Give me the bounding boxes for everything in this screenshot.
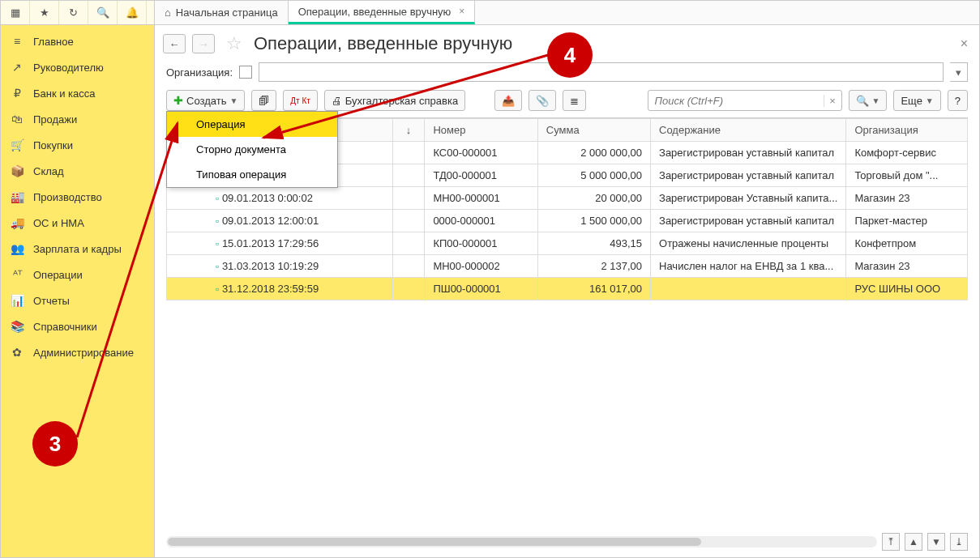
sidebar-item-main[interactable]: ≡Главное <box>1 28 154 54</box>
sidebar-item-bank[interactable]: ₽Банк и касса <box>1 80 154 106</box>
horizontal-scrollbar[interactable] <box>166 536 877 547</box>
annotation-badge-3: 3 <box>32 421 78 466</box>
document-icon: ▫ <box>216 261 219 272</box>
search-icon[interactable]: 🔍 <box>88 1 118 24</box>
col-number[interactable]: Номер <box>433 124 465 136</box>
tab-operations[interactable]: Операции, введенные вручную × <box>289 1 476 24</box>
tab-operations-label: Операции, введенные вручную <box>298 6 451 18</box>
sidebar-item-refs[interactable]: 📚Справочники <box>1 313 154 339</box>
annotation-badge-4: 4 <box>547 32 593 78</box>
more-button[interactable]: Еще ▼ <box>893 90 940 111</box>
chevron-down-icon: ▼ <box>926 96 934 105</box>
box-icon: 📦 <box>11 164 24 177</box>
plus-icon: ✚ <box>173 94 183 107</box>
page-title: Операции, введенные вручную <box>254 33 512 54</box>
close-page-button[interactable]: × <box>961 36 968 51</box>
sidebar-item-label: Зарплата и кадры <box>33 243 122 255</box>
sidebar-item-operations[interactable]: ᴬᵀОперации <box>1 262 154 288</box>
create-dropdown: Операция Сторно документа Типовая операц… <box>166 111 338 188</box>
sidebar-item-label: Банк и касса <box>33 87 96 100</box>
sidebar-item-reports[interactable]: 📊Отчеты <box>1 288 154 313</box>
down-button[interactable]: ▼ <box>927 533 945 551</box>
create-button[interactable]: ✚ Создать ▼ <box>166 90 245 111</box>
sidebar-item-label: Продажи <box>33 113 77 126</box>
dtkt-icon: ᴬᵀ <box>11 268 24 281</box>
attach-button[interactable]: 📎 <box>529 90 556 111</box>
more-label: Еще <box>901 95 922 107</box>
books-icon: 📚 <box>11 320 24 333</box>
top-icon-bar: ▦ ★ ↻ 🔍 🔔 <box>1 1 155 24</box>
history-icon[interactable]: ↻ <box>59 1 88 24</box>
up-button[interactable]: ▲ <box>905 533 922 551</box>
star-icon[interactable]: ★ <box>30 1 59 24</box>
dtkt-icon: Дт Кт <box>290 96 310 105</box>
sidebar-item-payroll[interactable]: 👥Зарплата и кадры <box>1 236 154 262</box>
dropdown-item-typical[interactable]: Типовая операция <box>167 162 337 187</box>
col-org[interactable]: Организация <box>854 124 918 136</box>
org-checkbox[interactable] <box>239 66 252 79</box>
sidebar-item-label: Покупки <box>33 139 73 151</box>
search-box: × <box>648 90 842 111</box>
upload-button[interactable]: 📤 <box>494 90 522 111</box>
sidebar-item-label: Производство <box>33 191 102 203</box>
sidebar-item-production[interactable]: 🏭Производство <box>1 184 154 210</box>
dtkt-button[interactable]: Дт Кт <box>283 90 318 111</box>
search-clear-button[interactable]: × <box>824 95 841 107</box>
table-row[interactable]: ▫ 31.12.2018 23:59:59ПШ00-000001161 017,… <box>167 278 968 300</box>
table-row[interactable]: ▫ 31.03.2013 10:19:29МН00-0000022 137,00… <box>167 255 968 278</box>
print-label: Бухгалтерская справка <box>345 95 458 107</box>
col-content[interactable]: Содержание <box>659 124 721 136</box>
truck-icon: 🚚 <box>11 216 24 229</box>
org-dropdown-button[interactable]: ▾ <box>950 62 968 82</box>
document-icon: ▫ <box>216 283 219 295</box>
find-button[interactable]: 🔍 ▼ <box>849 90 888 111</box>
sidebar-item-admin[interactable]: ✿Администрирование <box>1 339 154 365</box>
print-button[interactable]: 🖨 Бухгалтерская справка <box>324 90 465 111</box>
table-row[interactable]: ▫ 09.01.2013 0:00:02МН00-00000120 000,00… <box>167 187 968 210</box>
sidebar-item-label: Склад <box>33 165 64 177</box>
close-icon[interactable]: × <box>459 6 464 17</box>
forward-button[interactable]: → <box>192 34 215 53</box>
list-button[interactable]: ≣ <box>563 90 586 111</box>
chart-up-icon: ↗ <box>11 61 24 74</box>
sidebar-item-label: Руководителю <box>33 62 104 74</box>
bars-icon: 📊 <box>11 294 24 307</box>
home-icon: ⌂ <box>165 6 171 19</box>
people-icon: 👥 <box>11 242 24 255</box>
copy-button[interactable]: 🗐 <box>251 90 276 111</box>
dropdown-item-operation[interactable]: Операция <box>167 112 337 137</box>
factory-icon: 🏭 <box>11 190 24 203</box>
first-button[interactable]: ⤒ <box>882 533 900 551</box>
ruble-icon: ₽ <box>11 87 24 100</box>
dropdown-item-storno[interactable]: Сторно документа <box>167 137 337 162</box>
chevron-down-icon: ▼ <box>229 96 238 105</box>
table-row[interactable]: ▫ 15.01.2013 17:29:56КП00-000001493,15От… <box>167 232 968 255</box>
col-sum[interactable]: Сумма <box>546 124 580 136</box>
create-label: Создать <box>186 95 226 107</box>
last-button[interactable]: ⤓ <box>950 533 968 551</box>
notify-icon[interactable]: 🔔 <box>118 1 147 24</box>
sidebar-item-label: ОС и НМА <box>33 217 84 229</box>
org-input[interactable] <box>259 62 944 82</box>
sidebar-item-purchases[interactable]: 🛒Покупки <box>1 132 154 158</box>
search-input[interactable] <box>648 95 824 107</box>
menu-icon: ≡ <box>11 35 24 48</box>
sidebar-item-sales[interactable]: 🛍Продажи <box>1 106 154 132</box>
sidebar: ≡Главное ↗Руководителю ₽Банк и касса 🛍Пр… <box>1 25 155 557</box>
sidebar-item-assets[interactable]: 🚚ОС и НМА <box>1 210 154 236</box>
back-button[interactable]: ← <box>163 34 186 53</box>
sidebar-item-manager[interactable]: ↗Руководителю <box>1 54 154 80</box>
sidebar-item-stock[interactable]: 📦Склад <box>1 158 154 184</box>
favorite-icon[interactable]: ☆ <box>226 33 242 54</box>
bag-icon: 🛍 <box>11 113 24 126</box>
sidebar-item-label: Операции <box>33 269 83 281</box>
tab-home-label: Начальная страница <box>176 6 278 19</box>
document-icon: ▫ <box>216 215 219 227</box>
apps-icon[interactable]: ▦ <box>1 1 30 24</box>
sidebar-item-label: Администрирование <box>33 347 134 359</box>
table-row[interactable]: ▫ 09.01.2013 12:00:010000-0000011 500 00… <box>167 210 968 232</box>
tab-home[interactable]: ⌂ Начальная страница <box>155 1 289 24</box>
sidebar-item-label: Отчеты <box>33 295 70 307</box>
col-sort[interactable]: ↓ <box>406 124 412 136</box>
help-button[interactable]: ? <box>948 90 968 111</box>
